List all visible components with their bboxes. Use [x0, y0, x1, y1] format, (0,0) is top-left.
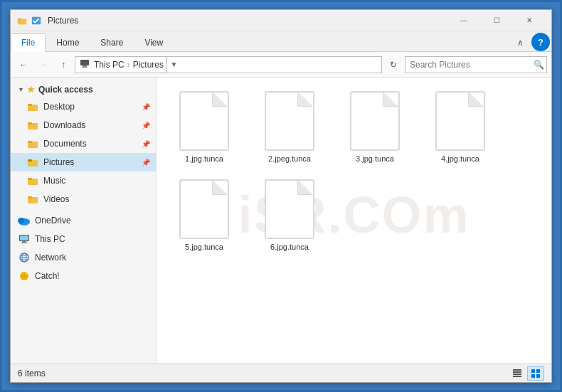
file-item[interactable]: 3.jpg.tunca	[336, 86, 414, 167]
tab-view[interactable]: View	[134, 33, 174, 51]
svg-rect-54	[531, 369, 535, 373]
file-name-3: 3.jpg.tunca	[356, 154, 394, 163]
svg-rect-17	[28, 159, 32, 161]
path-thispc: This PC	[94, 60, 124, 70]
pin-pictures-icon: 📌	[142, 159, 150, 166]
ribbon-tabs: File Home Share View ∧ ?	[11, 31, 551, 51]
title-bar-icons	[16, 15, 42, 26]
close-button[interactable]: ✕	[513, 10, 546, 31]
large-icons-view-button[interactable]	[527, 366, 544, 381]
details-view-button[interactable]	[509, 366, 526, 381]
path-pc-icon	[80, 58, 90, 70]
sidebar-item-thispc[interactable]: This PC	[11, 230, 156, 248]
folder-videos-icon	[26, 193, 39, 206]
sidebar-item-music[interactable]: Music	[11, 171, 156, 190]
quick-access-chevron: ▼	[18, 86, 24, 93]
onedrive-label: OneDrive	[35, 216, 71, 226]
file-icon-1	[179, 90, 230, 152]
svg-rect-28	[20, 235, 28, 240]
ribbon: File Home Share View ∧ ?	[11, 31, 551, 52]
path-separator-1: ›	[127, 60, 130, 70]
svg-rect-57	[536, 374, 540, 378]
folder-titlebar-icon	[16, 15, 28, 26]
svg-rect-23	[28, 196, 32, 198]
sidebar-item-desktop[interactable]: Desktop 📌	[11, 97, 156, 116]
sidebar-item-catch[interactable]: Catch!	[11, 267, 156, 285]
svg-rect-51	[513, 371, 521, 373]
sidebar-item-documents[interactable]: Documents 📌	[11, 134, 156, 153]
tab-file[interactable]: File	[11, 33, 46, 52]
file-item[interactable]: 2.jpeg.tunca	[250, 86, 329, 167]
network-label: Network	[35, 253, 66, 263]
refresh-button[interactable]: ↻	[385, 56, 402, 73]
folder-music-icon	[26, 174, 39, 187]
file-item[interactable]: 4.jpg.tunca	[421, 86, 499, 167]
tab-home[interactable]: Home	[46, 33, 90, 51]
sidebar-documents-label: Documents	[43, 139, 87, 149]
svg-rect-14	[28, 141, 32, 143]
quick-access-label: Quick access	[38, 85, 93, 95]
sidebar-item-pictures[interactable]: Pictures 📌	[11, 153, 156, 171]
svg-rect-50	[513, 369, 521, 371]
svg-rect-4	[83, 65, 87, 67]
star-icon: ★	[27, 85, 35, 95]
file-icon-5	[179, 179, 230, 240]
search-box[interactable]: 🔍	[405, 56, 547, 73]
quick-access-header[interactable]: ▼ ★ Quick access	[11, 82, 156, 97]
catch-icon	[18, 270, 31, 282]
file-name-6: 6.jpg.tunca	[270, 243, 309, 251]
network-icon	[18, 251, 31, 264]
path-dropdown-button[interactable]: ▼	[166, 57, 181, 73]
sidebar-item-onedrive[interactable]: OneDrive	[11, 211, 156, 230]
catch-label: Catch!	[35, 271, 60, 281]
svg-rect-55	[536, 369, 540, 373]
main-content: ▼ ★ Quick access Desktop 📌 Downloads 📌	[11, 78, 551, 364]
svg-rect-29	[22, 241, 26, 243]
minimize-button[interactable]: —	[447, 10, 480, 31]
search-icon: 🔍	[531, 60, 546, 70]
sidebar: ▼ ★ Quick access Desktop 📌 Downloads 📌	[11, 78, 157, 364]
file-grid: 1.jpg.tunca 2.jpeg.tunca	[165, 86, 543, 255]
sidebar-desktop-label: Desktop	[43, 102, 75, 112]
svg-rect-20	[28, 178, 32, 180]
file-icon-6	[264, 179, 315, 240]
sidebar-item-network[interactable]: Network	[11, 248, 156, 267]
status-bar: 6 items	[11, 364, 551, 382]
thispc-label: This PC	[35, 234, 65, 244]
forward-button[interactable]: →	[35, 56, 52, 73]
address-path[interactable]: This PC › Pictures ▼	[75, 56, 382, 73]
svg-point-25	[18, 218, 25, 223]
file-name-5: 5.jpg.tunca	[185, 243, 223, 251]
tab-share[interactable]: Share	[90, 33, 134, 51]
up-button[interactable]: ↑	[55, 56, 72, 73]
file-item[interactable]: 5.jpg.tunca	[165, 174, 243, 255]
folder-desktop-icon	[26, 100, 39, 113]
file-name-1: 1.jpg.tunca	[185, 154, 223, 163]
svg-rect-52	[513, 374, 521, 375]
file-item[interactable]: 6.jpg.tunca	[250, 174, 329, 255]
pin-desktop-icon: 📌	[142, 103, 150, 111]
help-button[interactable]: ?	[531, 33, 550, 51]
file-name-4: 4.jpg.tunca	[441, 154, 479, 163]
file-icon-2	[264, 90, 315, 152]
file-icon-3	[349, 90, 401, 152]
file-name-2: 2.jpeg.tunca	[268, 154, 311, 163]
svg-rect-30	[21, 243, 28, 243]
ribbon-collapse-button[interactable]: ∧	[511, 34, 529, 51]
file-item[interactable]: 1.jpg.tunca	[165, 86, 243, 167]
view-controls	[509, 366, 544, 381]
sidebar-item-videos[interactable]: Videos	[11, 190, 156, 208]
item-count: 6 items	[18, 369, 46, 378]
path-pictures: Pictures	[133, 60, 164, 70]
explorer-window: Pictures — ☐ ✕ File Home Share View ∧ ? …	[10, 9, 552, 383]
pin-downloads-icon: 📌	[142, 122, 150, 129]
search-input[interactable]	[405, 60, 531, 70]
svg-rect-5	[82, 67, 88, 68]
maximize-button[interactable]: ☐	[480, 10, 513, 31]
sidebar-item-downloads[interactable]: Downloads 📌	[11, 116, 156, 134]
folder-documents-icon	[26, 137, 39, 150]
back-button[interactable]: ←	[15, 56, 32, 73]
svg-rect-11	[28, 122, 32, 125]
svg-rect-8	[28, 104, 32, 106]
folder-downloads-icon	[26, 119, 39, 132]
